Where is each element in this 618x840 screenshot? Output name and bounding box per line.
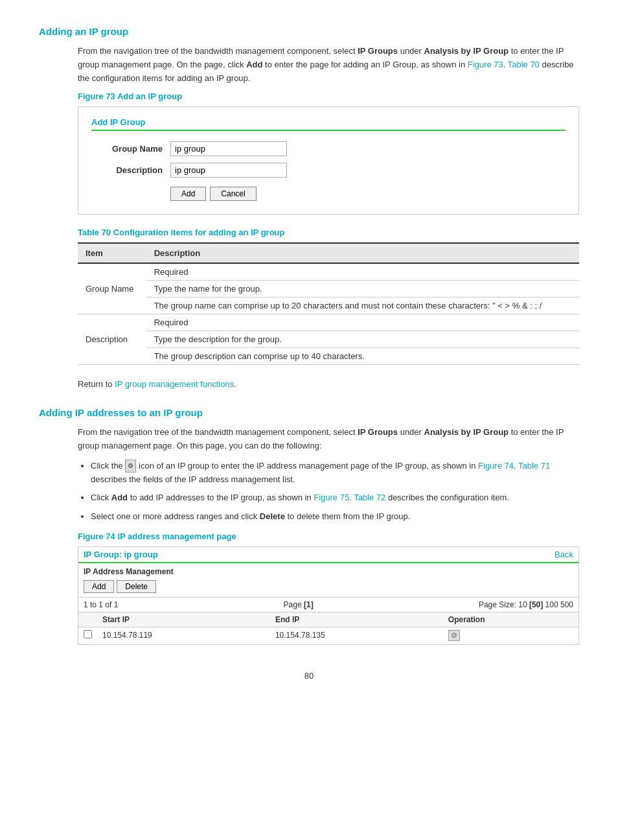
- row-checkbox[interactable]: [84, 630, 92, 638]
- desc-required-2: Required: [146, 314, 579, 331]
- figure73-box: Add IP Group Group Name Description Add …: [78, 106, 579, 215]
- page-number: [1]: [304, 600, 314, 609]
- intro-text-1: From the navigation tree of the bandwidt…: [78, 46, 358, 56]
- return-pre: Return to: [78, 379, 115, 389]
- group-name-label: Group Name: [91, 144, 163, 154]
- ip-groups-bold-2: IP Groups: [358, 427, 398, 437]
- add-ip-group-header: Add IP Group: [91, 117, 566, 131]
- ip-mgmt-section: IP Address Management Add Delete: [78, 563, 578, 598]
- row-checkbox-cell: [78, 627, 97, 644]
- table-row: Description Required: [78, 314, 579, 331]
- table-row: 10.154.78.119 10.154.78.135 ⚙: [78, 627, 578, 644]
- current-page-size: [50]: [529, 600, 543, 609]
- col-item: Item: [78, 243, 146, 263]
- bullet-list: Click the ⚙ icon of an IP group to enter…: [91, 460, 579, 524]
- pagination-size: Page Size: 10 [50] 100 500: [479, 600, 573, 609]
- ip-mgmt-label: IP Address Management: [84, 567, 573, 576]
- back-link[interactable]: Back: [555, 550, 573, 559]
- ip-addr-mid1: under: [398, 427, 424, 437]
- section-title-adding-ip-addresses: Adding IP addresses to an IP group: [39, 407, 579, 418]
- bullet3-post: to delete them from the IP group.: [285, 511, 410, 521]
- intro-dot: .: [503, 60, 508, 69]
- ip-table-header-row: Start IP End IP Operation: [78, 612, 578, 627]
- list-item: Select one or more address ranges and cl…: [91, 510, 579, 524]
- add-bold-2: Add: [111, 493, 128, 502]
- group-name-input[interactable]: [170, 141, 287, 156]
- intro-text-4: to enter the page for adding an IP Group…: [262, 60, 467, 69]
- end-ip-value: 10.154.78.135: [270, 627, 443, 644]
- pagination-page: Page [1]: [284, 600, 314, 609]
- return-link[interactable]: IP group management functions: [115, 379, 234, 389]
- bullet1-mid: icon of an IP group to enter the IP addr…: [139, 461, 478, 471]
- bullet1-post: describes the fields of the IP address m…: [91, 474, 295, 484]
- bullet3-pre: Select one or more address ranges and cl…: [91, 511, 260, 521]
- table-row: Type the description for the group.: [78, 331, 579, 348]
- figure74-title: Figure 74 IP address management page: [78, 531, 579, 541]
- ip-address-table: Start IP End IP Operation 10.154.78.119 …: [78, 612, 578, 644]
- col-operation: Operation: [443, 612, 578, 627]
- table-row: The group name can comprise up to 20 cha…: [78, 298, 579, 314]
- operation-icon[interactable]: ⚙: [448, 630, 460, 641]
- pagination-bar: 1 to 1 of 1 Page [1] Page Size: 10 [50] …: [78, 598, 578, 612]
- bullet1-dot: .: [514, 461, 518, 471]
- table70-title: Table 70 Configuration items for adding …: [78, 228, 579, 237]
- cancel-button[interactable]: Cancel: [210, 187, 256, 201]
- col-end-ip: End IP: [270, 612, 443, 627]
- ip-mgmt-buttons: Add Delete: [84, 580, 573, 593]
- intro-paragraph: From the navigation tree of the bandwidt…: [78, 45, 579, 85]
- pagination-count: 1 to 1 of 1: [84, 600, 118, 609]
- figure75-link[interactable]: Figure 75: [314, 493, 349, 502]
- bullet2-pre: Click: [91, 493, 111, 502]
- figure73-link[interactable]: Figure 73: [468, 60, 503, 69]
- add-button[interactable]: Add: [170, 187, 206, 201]
- table71-link[interactable]: Table 71: [518, 461, 550, 471]
- ip-add-button[interactable]: Add: [84, 580, 114, 593]
- list-item: Click Add to add IP addresses to the IP …: [91, 491, 579, 505]
- ip-group-figure-box: IP Group: ip group Back IP Address Manag…: [78, 546, 579, 645]
- col-checkbox: [78, 612, 97, 627]
- table-header-row: Item Description: [78, 243, 579, 263]
- group-name-row: Group Name: [91, 141, 566, 156]
- page-label: Page: [284, 600, 304, 609]
- form-buttons: Add Cancel: [170, 187, 566, 201]
- desc-desc-chars: The group description can comprise up to…: [146, 348, 579, 365]
- ip-addr-pre: From the navigation tree of the bandwidt…: [78, 427, 358, 437]
- ip-addr-intro: From the navigation tree of the bandwidt…: [78, 426, 579, 453]
- figure73-title: Figure 73 Add an IP group: [78, 91, 579, 101]
- page-number: 80: [304, 671, 314, 681]
- delete-bold: Delete: [260, 511, 285, 521]
- bullet2-post: describes the configuration item.: [385, 493, 509, 502]
- figure74-link[interactable]: Figure 74: [478, 461, 514, 471]
- table72-link[interactable]: Table 72: [354, 493, 385, 502]
- ip-delete-button[interactable]: Delete: [117, 580, 156, 593]
- table70-link[interactable]: Table 70: [508, 60, 540, 69]
- item-group-name: Group Name: [78, 263, 146, 314]
- table-row: Group Name Required: [78, 263, 579, 281]
- return-paragraph: Return to IP group management functions.: [78, 378, 579, 391]
- section-body-adding-ip-group: From the navigation tree of the bandwidt…: [78, 45, 579, 391]
- operation-cell: ⚙: [443, 627, 578, 644]
- bullet2-mid: to add IP addresses to the IP group, as …: [128, 493, 314, 502]
- ip-group-label: IP Group: ip group: [84, 550, 158, 559]
- return-post: .: [234, 379, 236, 389]
- desc-type-desc: Type the description for the group.: [146, 331, 579, 348]
- desc-type-name: Type the name for the group.: [146, 281, 579, 298]
- intro-text-2: under: [398, 46, 424, 56]
- analysis-by-bold-2: Analysis by IP Group: [424, 427, 509, 437]
- description-input[interactable]: [170, 163, 287, 178]
- desc-name-chars: The group name can comprise up to 20 cha…: [146, 298, 579, 314]
- description-row: Description: [91, 163, 566, 178]
- desc-required-1: Required: [146, 263, 579, 281]
- list-item: Click the ⚙ icon of an IP group to enter…: [91, 460, 579, 487]
- ip-groups-bold: IP Groups: [358, 46, 398, 56]
- add-bold: Add: [246, 60, 262, 69]
- bullet1-pre: Click the: [91, 461, 125, 471]
- config-table-70: Item Description Group Name Required Typ…: [78, 242, 579, 365]
- table-row: Type the name for the group.: [78, 281, 579, 298]
- description-label: Description: [91, 165, 163, 175]
- col-start-ip: Start IP: [97, 612, 270, 627]
- table-row: The group description can comprise up to…: [78, 348, 579, 365]
- section-title-adding-ip-group: Adding an IP group: [39, 26, 579, 37]
- analysis-by-bold: Analysis by IP Group: [424, 46, 509, 56]
- col-description: Description: [146, 243, 579, 263]
